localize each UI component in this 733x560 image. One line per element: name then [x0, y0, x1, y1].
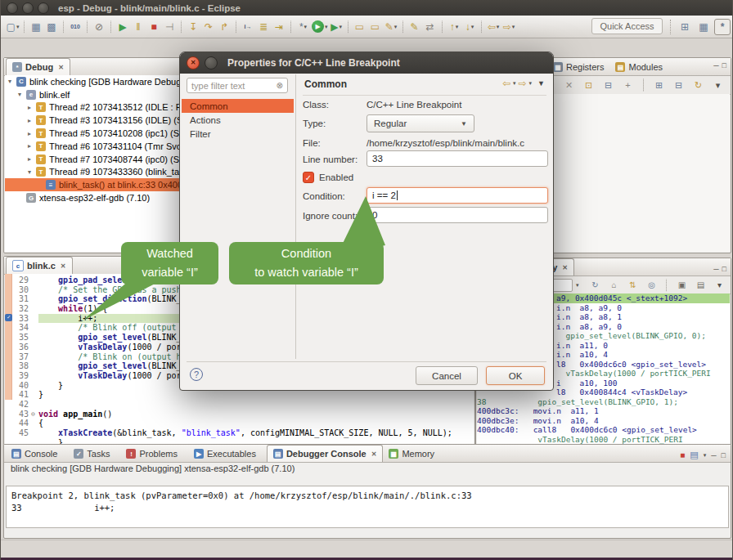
debug-perspective-icon[interactable]: * — [714, 19, 731, 35]
last-edit-icon[interactable]: ✎ — [408, 19, 422, 35]
mark-occurrences-icon[interactable]: ✎▾ — [384, 19, 398, 35]
new-view-icon[interactable]: ▣ — [675, 277, 689, 293]
tab-registers[interactable]: ▦ Registers — [547, 59, 609, 75]
dialog-nav-filter[interactable]: Filter — [182, 127, 294, 141]
toolbar-separator[interactable] — [643, 78, 644, 92]
use-step-filters-icon[interactable]: ⇥ — [272, 19, 286, 35]
cancel-button[interactable]: Cancel — [416, 366, 478, 385]
tree-item-thread[interactable]: ▸ T Thread #6 1073431104 (Tmr Svc) (S — [5, 140, 186, 153]
toolbar-separator[interactable] — [110, 20, 112, 34]
step-into-icon[interactable]: ↧ — [187, 19, 200, 35]
tab-memory[interactable]: ▦ Memory — [383, 446, 445, 462]
open-console-icon[interactable]: ▭ — [353, 19, 367, 35]
tree-item-thread[interactable]: ▸ T Thread #3 1073413156 (IDLE) (Susp — [5, 114, 186, 127]
binary-file-icon[interactable]: 010 — [69, 19, 83, 35]
suspend-icon[interactable]: ‖ — [132, 19, 146, 35]
enabled-checkbox[interactable]: ✓ — [303, 172, 314, 183]
forward-dropdown-icon[interactable]: ▾ — [529, 80, 533, 87]
tab-console[interactable]: ▤ Console — [6, 446, 68, 462]
expand-arrow-icon[interactable]: ▾ — [18, 91, 26, 98]
toolbar-separator[interactable] — [24, 20, 25, 34]
open-perspective-icon[interactable]: ⊞ — [677, 19, 693, 35]
refresh-icon[interactable]: ↻ — [588, 277, 602, 293]
new-wizard-icon[interactable]: ▢▾ — [6, 19, 20, 35]
step-return-icon[interactable]: ↱ — [218, 19, 232, 35]
toolbar-separator[interactable] — [402, 20, 404, 34]
ok-button[interactable]: OK — [486, 366, 545, 385]
tab-modules[interactable]: ▤ Modules — [609, 59, 668, 75]
next-annotation-icon[interactable]: ↓▾ — [463, 19, 477, 35]
tree-item-thread[interactable]: ▸ T Thread #5 1073410208 (ipc1) (Susp — [5, 127, 186, 140]
expand-all-icon[interactable]: ⊞ — [652, 77, 666, 93]
close-icon[interactable]: ✕ — [371, 450, 377, 458]
tab-problems[interactable]: ! Problems — [120, 446, 187, 462]
back-icon[interactable]: ⇦ — [502, 78, 510, 89]
window-minimize-icon[interactable] — [22, 2, 34, 14]
skip-all-breakpoints-icon[interactable]: ⊘ — [92, 19, 106, 35]
terminate-icon[interactable]: ■ — [680, 450, 685, 459]
fold-icon[interactable] — [31, 285, 38, 295]
home-icon[interactable]: ⌂ — [607, 277, 621, 293]
quick-access-button[interactable]: Quick Access — [591, 18, 663, 34]
minimize-icon[interactable]: ─ — [713, 61, 718, 69]
toolbar-separator[interactable] — [236, 20, 237, 34]
clear-filter-icon[interactable]: ⊗ — [277, 81, 283, 90]
previous-annotation-icon[interactable]: ↑▾ — [447, 19, 461, 35]
cpp-perspective-icon[interactable]: ▦ — [695, 19, 712, 35]
view-menu-icon[interactable]: ▼ — [537, 79, 545, 87]
forward-icon[interactable]: ⇨ — [519, 78, 527, 89]
expand-arrow-icon[interactable]: ▸ — [28, 130, 36, 137]
view-menu-icon[interactable]: ▾ — [713, 277, 726, 293]
tree-item-gdb[interactable]: G xtensa-esp32-elf-gdb (7.10) — [5, 191, 186, 204]
toolbar-separator[interactable] — [63, 20, 65, 34]
fold-icon[interactable] — [31, 294, 38, 304]
fold-icon[interactable] — [31, 333, 38, 343]
toolbar-separator[interactable] — [666, 279, 668, 292]
link-with-editor-icon[interactable]: ⇄ — [424, 19, 438, 35]
refresh-icon[interactable]: ↻ — [691, 77, 705, 93]
back-history-icon[interactable]: ⇦▾ — [487, 19, 501, 35]
tree-item-elf[interactable]: ▾ e blink.elf — [5, 88, 186, 101]
view-menu-icon[interactable]: ▾ — [711, 77, 725, 93]
toolbar-separator[interactable] — [87, 20, 88, 34]
fold-icon[interactable] — [31, 381, 38, 391]
fold-icon[interactable] — [31, 343, 38, 352]
add-register-group-icon[interactable]: ⊟ — [601, 77, 615, 93]
forward-history-icon[interactable]: ⇨▾ — [502, 19, 516, 35]
fold-icon[interactable] — [31, 323, 38, 333]
fold-icon[interactable] — [31, 314, 38, 324]
fold-icon[interactable] — [31, 400, 38, 410]
fold-icon[interactable] — [31, 276, 38, 285]
search-icon[interactable]: ◎ — [645, 277, 659, 293]
tab-tasks[interactable]: ✓ Tasks — [68, 446, 120, 462]
location-dropdown-icon[interactable]: ▾ — [576, 282, 579, 289]
sync-selection-icon[interactable]: ⇅ — [626, 277, 640, 293]
save-icon[interactable]: ▦ — [29, 19, 43, 35]
external-tools-icon[interactable]: ▶▾ — [330, 19, 344, 35]
window-close-icon[interactable] — [7, 2, 18, 14]
fold-icon[interactable] — [31, 428, 38, 438]
toolbar-separator[interactable] — [290, 20, 292, 34]
close-icon[interactable]: ✕ — [562, 264, 568, 271]
toolbar-separator[interactable] — [181, 20, 182, 34]
display-console-icon[interactable]: ▤ — [690, 450, 698, 460]
dialog-minimize-icon[interactable] — [205, 56, 218, 69]
toolbar-separator[interactable] — [348, 20, 349, 34]
fold-icon[interactable] — [31, 371, 38, 381]
expand-arrow-icon[interactable]: ▸ — [28, 155, 36, 163]
expand-arrow-icon[interactable]: ▾ — [8, 78, 16, 85]
tree-item-thread[interactable]: ▸ T Thread #2 1073413512 (IDLE : Runn — [5, 101, 186, 114]
pointer-mode-icon[interactable]: + — [621, 77, 635, 93]
toolbar-separator[interactable] — [442, 20, 443, 34]
show-console-icon[interactable]: ≣ — [257, 19, 271, 35]
type-dropdown[interactable]: Regular ▼ — [366, 114, 474, 132]
expand-arrow-icon[interactable]: ▸ — [28, 117, 36, 124]
condition-input[interactable]: i == 2 — [366, 187, 548, 204]
fold-icon[interactable] — [31, 419, 38, 428]
fold-icon[interactable] — [31, 438, 38, 444]
run-icon[interactable]: ▶▾ — [312, 19, 328, 35]
remove-all-icon[interactable]: ✕ — [562, 77, 576, 93]
ignore-count-input[interactable]: 0 — [366, 207, 548, 223]
tree-item-thread[interactable]: ▸ T Thread #7 1073408744 (ipc0) (Susp — [5, 153, 186, 166]
tab-blink-c[interactable]: c blink.c ✕ — [6, 257, 73, 274]
